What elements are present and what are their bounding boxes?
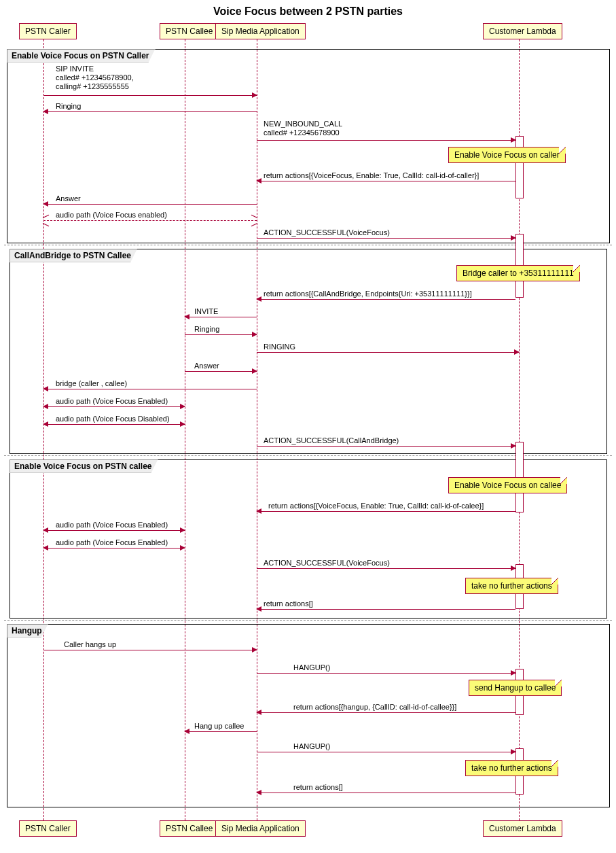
participant-sma-top: Sip Media Application — [215, 23, 306, 39]
msg-ringing-callee: Ringing — [194, 325, 219, 334]
msg-ringing-caller: Ringing — [56, 102, 81, 111]
participant-lambda-bottom: Customer Lambda — [483, 820, 562, 837]
msg-hangup-callee: Hang up callee — [194, 722, 244, 731]
msg-new-inbound: NEW_INBOUND_CALL called# +12345678900 — [264, 120, 342, 137]
arrow-audio-vf-disabled — [43, 424, 185, 425]
diagram-title: Voice Focus between 2 PSTN parties — [0, 0, 616, 20]
msg-hangup-1: HANGUP() — [293, 663, 330, 672]
arrow-audio-vf-enabled-3 — [43, 530, 185, 531]
msg-audio-vf-enabled-4: audio path (Voice Focus Enabled) — [56, 538, 168, 547]
arrow-bridge — [43, 389, 257, 389]
msg-return-hangup: return actions[{hangup, {CallID: call-id… — [293, 703, 456, 712]
arrow-return-empty-2 — [257, 793, 515, 793]
msg-audio-vf-enabled-1: audio path (Voice Focus enabled) — [56, 211, 167, 220]
arrow-sip-invite — [43, 95, 257, 96]
arrow-action-success-vf-2 — [257, 568, 515, 569]
msg-audio-vf-enabled-2: audio path (Voice Focus Enabled) — [56, 397, 168, 406]
arrow-audio-vf-enabled-4 — [43, 548, 185, 549]
msg-ringing-lambda: RINGING — [264, 343, 295, 351]
arrow-ringing-caller — [43, 111, 257, 112]
msg-return-callandbridge: return actions[{CallAndBridge, Endpoints… — [264, 290, 472, 298]
arrow-hangup-1 — [257, 673, 515, 674]
arrow-return-callandbridge — [257, 299, 515, 300]
group-label-hangup: Hangup — [7, 624, 48, 638]
arrow-return-vf-caller — [257, 181, 515, 181]
participant-callee-top: PSTN Callee — [160, 23, 219, 39]
group-label-enable-vf-callee: Enable Voice Focus on PSTN callee — [10, 459, 158, 473]
arrow-audio-vf-enabled-1 — [43, 220, 257, 221]
participant-sma-bottom: Sip Media Application — [215, 820, 306, 837]
group-label-enable-vf-caller: Enable Voice Focus on PSTN Caller — [7, 49, 156, 63]
note-send-hangup-callee: send Hangup to callee — [469, 680, 562, 696]
sequence-canvas: PSTN Caller PSTN Callee Sip Media Applic… — [0, 20, 616, 839]
arrow-answer-callee — [185, 371, 257, 372]
msg-audio-vf-enabled-3: audio path (Voice Focus Enabled) — [56, 521, 168, 529]
note-no-further-2: take no further actions — [465, 760, 558, 776]
msg-bridge: bridge (caller , callee) — [56, 379, 127, 388]
note-enable-vf-caller: Enable Voice Focus on caller — [448, 147, 566, 163]
arrow-action-success-cab — [257, 446, 515, 447]
arrow-caller-hangs-up — [43, 650, 257, 650]
arrow-new-inbound — [257, 140, 515, 141]
msg-audio-vf-disabled: audio path (Voice Focus Disabled) — [56, 415, 170, 423]
arrow-return-hangup — [257, 712, 515, 713]
group-separator-3 — [4, 620, 612, 621]
msg-sip-invite: SIP INVITE called# +12345678900, calling… — [56, 65, 134, 92]
note-no-further-1: take no further actions — [465, 578, 558, 594]
msg-return-empty-2: return actions[] — [293, 783, 343, 792]
msg-hangup-2: HANGUP() — [293, 742, 330, 751]
msg-action-success-vf-2: ACTION_SUCCESSFUL(VoiceFocus) — [264, 559, 390, 568]
arrow-ringing-lambda — [257, 352, 519, 353]
note-enable-vf-callee: Enable Voice Focus on callee — [448, 477, 567, 493]
arrow-action-success-vf-1 — [257, 238, 515, 239]
participant-callee-bottom: PSTN Callee — [160, 820, 219, 837]
group-label-call-and-bridge: CallAndBridge to PSTN Callee — [10, 249, 137, 262]
arrow-invite-callee — [185, 317, 257, 317]
arrow-ringing-callee — [185, 334, 257, 335]
msg-return-empty-1: return actions[] — [264, 599, 313, 608]
arrow-answer-caller — [43, 204, 257, 205]
participant-caller-bottom: PSTN Caller — [19, 820, 77, 837]
msg-return-vf-callee: return actions[{VoiceFocus, Enable: True… — [268, 502, 484, 510]
msg-action-success-vf-1: ACTION_SUCCESSFUL(VoiceFocus) — [264, 228, 390, 237]
msg-action-success-cab: ACTION_SUCCESSFUL(CallAndBridge) — [264, 436, 399, 445]
msg-invite-callee: INVITE — [194, 307, 218, 316]
participant-lambda-top: Customer Lambda — [483, 23, 562, 39]
participant-caller-top: PSTN Caller — [19, 23, 77, 39]
msg-answer-caller: Answer — [56, 194, 81, 203]
note-bridge-caller: Bridge caller to +35311111111 — [456, 265, 580, 281]
arrow-audio-vf-enabled-2 — [43, 406, 185, 407]
arrow-hangup-2 — [257, 752, 515, 752]
msg-caller-hangs-up: Caller hangs up — [64, 640, 116, 649]
activation-lambda-1 — [515, 136, 524, 198]
arrow-return-vf-callee — [257, 511, 515, 512]
arrow-return-empty-1 — [257, 609, 515, 610]
arrow-hangup-callee — [185, 731, 257, 732]
msg-answer-callee: Answer — [194, 362, 219, 370]
msg-return-vf-caller: return actions[{VoiceFocus, Enable: True… — [264, 171, 479, 180]
